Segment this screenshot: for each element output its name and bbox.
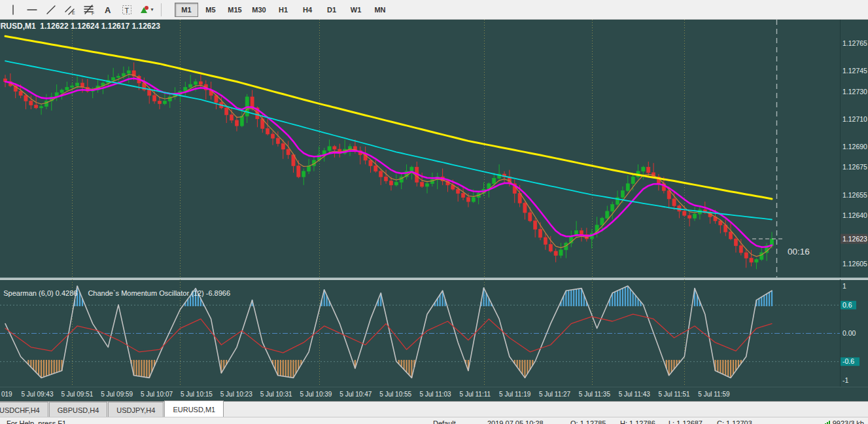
indicator-axis-label: 0.6 [842, 301, 852, 309]
price-axis-label: 1.12605 [842, 260, 867, 268]
time-label: 5 Jul 10:07 [141, 391, 173, 398]
time-label: 5 Jul 11:51 [659, 391, 690, 398]
time-label: 5 Jul 10:55 [379, 391, 411, 398]
chart-tabs-bar: USDCHF,H4GBPUSD,H4USDJPY,H4EURUSD,M1 [0, 401, 868, 417]
time-axis[interactable]: 0195 Jul 09:435 Jul 09:515 Jul 09:595 Ju… [0, 387, 868, 401]
price-axis[interactable]: 1.127651.127451.127301.127101.126901.126… [841, 20, 868, 277]
time-label: 5 Jul 10:23 [220, 391, 252, 398]
indicator-axis-label: 1 [842, 282, 846, 290]
top-toolbar: EFAT▾ M1M5M15M30H1H4D1W1MN [0, 0, 868, 20]
timeframe-w1-button[interactable]: W1 [344, 3, 368, 17]
timeframe-mn-button[interactable]: MN [368, 3, 392, 17]
time-label: 5 Jul 09:43 [22, 391, 54, 398]
text-tool-button[interactable]: A [99, 2, 117, 18]
timeframe-h1-button[interactable]: H1 [271, 3, 295, 17]
time-label: 5 Jul 11:43 [619, 391, 650, 398]
svg-text:F: F [92, 11, 94, 16]
status-high: H: 1.12786 [620, 419, 655, 424]
indicator-axis-label: -0.6 [842, 357, 854, 365]
chart-tab-usdjpy-h4[interactable]: USDJPY,H4 [108, 402, 164, 417]
timeframe-m30-button[interactable]: M30 [247, 3, 271, 17]
price-axis-label: 1.12640 [842, 211, 867, 219]
indicator-axis[interactable]: 10.60.00-0.6-1 [841, 279, 860, 387]
price-axis-label: 1.12655 [842, 191, 867, 199]
chart-title: EURUSD,M1 1.12622 1.12624 1.12617 1.1262… [0, 22, 160, 31]
svg-text:T: T [125, 6, 130, 14]
time-label: 5 Jul 11:27 [539, 391, 570, 398]
price-axis-label: 1.12710 [842, 115, 867, 123]
time-label: 5 Jul 11:35 [579, 391, 610, 398]
spearman-label: Spearman (6,0) 0.4286 [3, 289, 77, 297]
time-label: 5 Jul 09:51 [61, 391, 93, 398]
status-profile: Default [433, 419, 456, 424]
price-axis-label: 1.12675 [842, 163, 867, 171]
time-label: 019 [1, 391, 12, 398]
status-help-text: For Help, press F1 [7, 419, 66, 424]
arrow-objects-tool-button[interactable]: ▾ [137, 2, 155, 18]
candle-countdown-timer: 00:16 [788, 247, 810, 256]
time-label: 5 Jul 10:31 [260, 391, 292, 398]
status-datetime: 2019.07.05 10:28 [487, 419, 544, 424]
time-label: 5 Jul 11:11 [460, 391, 491, 398]
timeframe-m1-button[interactable]: M1 [175, 3, 198, 17]
current-price-label: 1.12623 [842, 235, 867, 243]
toolbar-separator [161, 3, 162, 16]
connection-status: 9923/3 kb [823, 419, 864, 424]
main-chart-canvas[interactable]: 00:161.127651.127451.127301.127101.12690… [0, 20, 868, 277]
text-label-tool-button[interactable]: T [118, 2, 136, 18]
drawing-tools-group: EFAT▾ [4, 2, 156, 18]
status-open: O: 1.12785 [570, 419, 606, 424]
indicator-labels: Spearman (6,0) 0.4286Chande`s Momentum O… [0, 281, 241, 305]
timeframe-d1-button[interactable]: D1 [320, 3, 343, 17]
time-label: 5 Jul 11:03 [419, 391, 451, 398]
price-axis-label: 1.12765 [842, 39, 867, 47]
vertical-line-tool-button[interactable] [4, 2, 22, 18]
time-label: 5 Jul 11:59 [698, 391, 729, 398]
time-label: 5 Jul 11:19 [499, 391, 530, 398]
price-axis-label: 1.12730 [842, 88, 867, 96]
chart-window[interactable]: 00:161.127651.127451.127301.127101.12690… [0, 20, 868, 401]
candles [3, 62, 773, 269]
cmo-label: Chande`s Momentum Oscillator (12) -6.896… [88, 289, 230, 297]
chart-tab-usdchf-h4[interactable]: USDCHF,H4 [0, 402, 48, 417]
chevron-down-icon: ▾ [150, 7, 153, 12]
trend-line-tool-button[interactable] [42, 2, 60, 18]
chart-tab-gbpusd-h4[interactable]: GBPUSD,H4 [49, 402, 108, 417]
timeframe-m15-button[interactable]: M15 [223, 3, 247, 17]
time-label: 5 Jul 10:47 [339, 391, 372, 398]
timeframe-m5-button[interactable]: M5 [199, 3, 222, 17]
time-label: 5 Jul 09:59 [101, 391, 133, 398]
fibonacci-retracement-tool-button[interactable]: F [80, 2, 98, 18]
connection-bars-icon [823, 420, 830, 424]
time-label: 5 Jul 10:39 [300, 391, 332, 398]
status-low: L: 1.12687 [668, 419, 703, 424]
price-axis-label: 1.12745 [842, 67, 867, 75]
chart-tab-eurusd-m1[interactable]: EURUSD,M1 [164, 400, 224, 417]
svg-text:A: A [105, 5, 111, 15]
status-close: C: 1.12703 [717, 419, 752, 424]
connection-traffic: 9923/3 kb [833, 419, 864, 424]
timeframe-h4-button[interactable]: H4 [296, 3, 319, 17]
horizontal-line-tool-button[interactable] [23, 2, 41, 18]
price-axis-label: 1.12690 [842, 143, 867, 150]
indicator-axis-label: -1 [842, 376, 848, 384]
time-label: 5 Jul 10:15 [181, 391, 213, 398]
svg-text:E: E [72, 10, 75, 15]
timeframe-group: M1M5M15M30H1H4D1W1MN [175, 3, 392, 17]
indicator-axis-label: 0.00 [842, 329, 856, 337]
status-bar: For Help, press F1 Default 2019.07.05 10… [0, 417, 868, 424]
equidistant-channel-tool-button[interactable]: E [61, 2, 79, 18]
